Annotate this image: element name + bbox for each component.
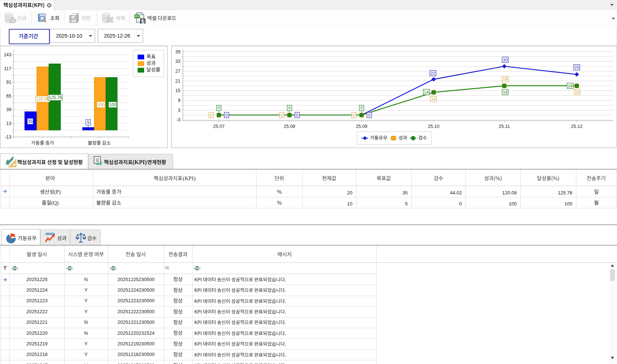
svg-text:0: 0 [296,113,298,117]
svg-text:25.10: 25.10 [428,124,439,129]
svg-text:3: 3 [178,108,180,113]
svg-text:100: 100 [109,102,116,107]
svg-text:B: B [14,266,16,270]
svg-text:0: 0 [368,113,370,117]
svg-text:91: 91 [6,80,11,85]
svg-text:25.11: 25.11 [499,124,510,129]
svg-text:143: 143 [4,52,11,57]
svg-text:30: 30 [503,58,508,62]
svg-text:21: 21 [175,79,180,84]
svg-text:0: 0 [210,113,212,117]
svg-text:0: 0 [225,113,228,117]
svg-text:18: 18 [503,90,508,94]
svg-text:25.12: 25.12 [571,124,582,129]
svg-text:(Q): (Q) [51,200,59,206]
svg-text:0: 0 [353,113,355,117]
svg-text:18: 18 [568,84,573,88]
svg-text:22: 22 [431,71,435,75]
svg-text:B: B [112,266,114,270]
svg-text:-3: -3 [176,117,180,122]
svg-text:18: 18 [503,77,508,81]
svg-text:A: A [11,267,13,270]
svg-text:9: 9 [178,98,180,103]
svg-text:39: 39 [175,49,180,54]
svg-text:25.07: 25.07 [213,124,224,129]
svg-text:A: A [66,267,68,270]
svg-text:-13: -13 [5,134,11,140]
svg-text:XLS: XLS [134,15,140,18]
svg-text:A: A [194,267,195,270]
svg-text:13: 13 [6,121,11,126]
svg-text:65: 65 [6,94,11,99]
svg-text:(KPI): (KPI) [132,159,147,166]
svg-text:125.76: 125.76 [49,95,62,100]
svg-text:C: C [199,267,201,270]
svg-text:A: A [110,267,112,270]
svg-text:117: 117 [4,66,11,71]
svg-text:35: 35 [28,119,33,124]
svg-text:0: 0 [281,113,283,117]
svg-text:B: B [68,266,71,270]
svg-text:25.09: 25.09 [356,124,367,129]
svg-text:120.08: 120.08 [36,96,49,102]
svg-text:15: 15 [175,88,180,93]
svg-text:18: 18 [575,90,580,94]
svg-text:25: 25 [575,65,579,69]
svg-text:39: 39 [6,107,11,112]
svg-text:14: 14 [424,90,429,94]
svg-text:(P): (P) [54,189,61,195]
svg-text:25.08: 25.08 [284,124,295,129]
svg-text:0: 0 [360,106,363,110]
svg-text:14: 14 [431,97,436,101]
svg-text:C: C [72,267,74,270]
svg-text:5: 5 [87,120,90,125]
svg-text:C: C [17,267,19,270]
svg-text:(KPI): (KPI) [183,175,195,182]
svg-text:27: 27 [175,69,180,74]
svg-text:0: 0 [288,106,291,110]
svg-text:33: 33 [175,59,180,64]
svg-text:C: C [115,267,117,270]
svg-text:0: 0 [218,106,220,110]
svg-text:B: B [196,266,198,270]
svg-text:100: 100 [97,102,105,107]
